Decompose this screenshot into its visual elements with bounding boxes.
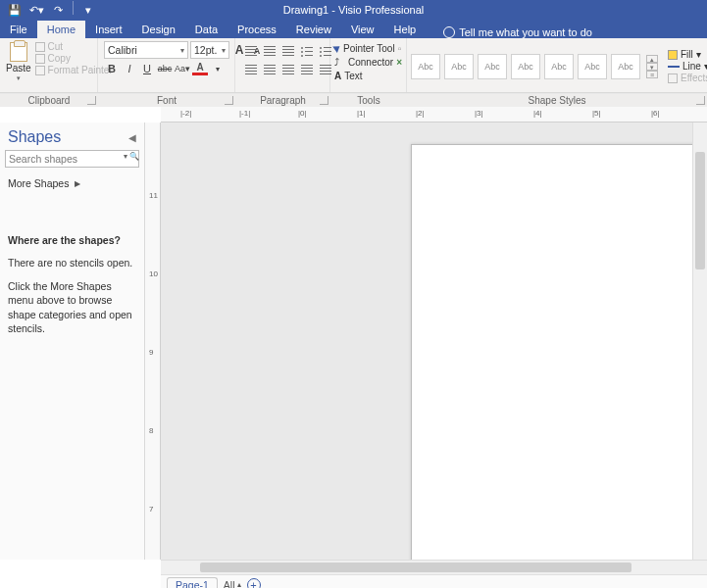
style-tile-4[interactable]: Abc <box>511 54 540 79</box>
horizontal-scrollbar[interactable] <box>161 560 707 574</box>
style-tile-6[interactable]: Abc <box>578 54 607 79</box>
font-label: Font <box>98 94 235 107</box>
search-icon[interactable]: 🔍 <box>129 152 136 165</box>
redo-button[interactable]: ↷ <box>49 1 67 19</box>
ribbon-tabs: File Home Insert Design Data Process Rev… <box>0 20 707 38</box>
group-shape-styles: Abc Abc Abc Abc Abc Abc Abc ▴ ▾ ≡ Fill▾ … <box>407 38 707 92</box>
vertical-scrollbar[interactable] <box>692 122 707 560</box>
collapse-pane-button[interactable]: ◀ <box>128 132 136 143</box>
effects-button[interactable]: Effects▾ <box>668 73 707 83</box>
align-left-button[interactable] <box>242 61 259 77</box>
brush-icon <box>35 66 45 75</box>
font-launcher[interactable] <box>225 96 233 105</box>
align-center-button[interactable] <box>261 61 278 77</box>
undo-button[interactable]: ↶▾ <box>27 1 45 19</box>
tab-data[interactable]: Data <box>185 21 227 38</box>
scrollbar-thumb[interactable] <box>695 152 705 270</box>
empty-line-2: Click the More Shapes menu above to brow… <box>8 279 136 335</box>
shapes-empty-message: Where are the shapes? There are no stenc… <box>0 195 144 345</box>
canvas-area[interactable] <box>161 122 707 560</box>
font-color-dropdown[interactable]: ▾ <box>210 61 226 76</box>
all-pages-button[interactable]: All▴ <box>224 579 241 589</box>
vertical-ruler[interactable]: 11 10 9 8 7 <box>145 122 161 560</box>
group-paragraph <box>235 38 330 92</box>
tab-design[interactable]: Design <box>132 21 185 38</box>
fill-icon <box>668 50 678 60</box>
paste-label: Paste <box>6 63 31 74</box>
search-shapes-input[interactable] <box>5 150 139 168</box>
tab-process[interactable]: Process <box>227 21 286 38</box>
align-top-button[interactable] <box>242 42 259 59</box>
scissors-icon <box>35 42 45 52</box>
save-icon[interactable]: 💾 <box>6 1 24 19</box>
styles-launcher[interactable] <box>696 96 705 105</box>
tab-view[interactable]: View <box>341 21 384 38</box>
more-shapes-button[interactable]: More Shapes ▶ <box>0 172 144 195</box>
style-tile-5[interactable]: Abc <box>544 54 574 79</box>
connector-tool-button[interactable]: ⤴Connector× <box>334 55 402 69</box>
ribbon: Paste ▾ Cut Copy Format Painter Calibri▾… <box>0 38 707 93</box>
text-tool-button[interactable]: AText <box>334 69 363 82</box>
clipboard-launcher[interactable] <box>87 96 96 105</box>
clipboard-icon <box>10 42 27 62</box>
connector-icon: ⤴ <box>334 57 345 68</box>
clipboard-label: Clipboard <box>0 94 98 107</box>
window-title: Drawing1 - Visio Professional <box>283 4 424 16</box>
tab-insert[interactable]: Insert <box>85 21 132 38</box>
tab-home[interactable]: Home <box>37 21 85 38</box>
close-icon[interactable]: × <box>396 57 402 68</box>
gallery-more-icon[interactable]: ≡ <box>646 71 658 78</box>
empty-heading: Where are the shapes? <box>8 234 136 246</box>
drawing-page[interactable] <box>411 144 707 560</box>
paragraph-launcher[interactable] <box>320 96 328 105</box>
title-bar: 💾 ↶▾ ↷ ▾ Drawing1 - Visio Professional <box>0 0 707 20</box>
style-tile-2[interactable]: Abc <box>444 54 474 79</box>
style-tile-3[interactable]: Abc <box>478 54 507 79</box>
style-tile-1[interactable]: Abc <box>411 54 440 79</box>
copy-icon <box>35 54 45 64</box>
chevron-up-icon: ▴ <box>237 580 241 588</box>
lightbulb-icon <box>443 26 455 38</box>
font-color-button[interactable]: A <box>192 62 208 75</box>
ribbon-group-labels: Clipboard Font Paragraph Tools Shape Sty… <box>0 93 707 107</box>
group-tools: Pointer Tool▫ ⤴Connector× AText <box>330 38 407 92</box>
scrollbar-thumb[interactable] <box>200 563 631 572</box>
font-size-combo[interactable]: 12pt.▾ <box>190 41 229 59</box>
change-case-button[interactable]: Aa▾ <box>175 61 190 76</box>
paste-button[interactable]: Paste ▾ <box>4 40 33 82</box>
font-name-combo[interactable]: Calibri▾ <box>104 41 188 59</box>
align-bottom-button[interactable] <box>279 42 296 59</box>
tell-me-placeholder: Tell me what you want to do <box>459 26 592 38</box>
style-gallery-nav[interactable]: ▴ ▾ ≡ <box>646 55 658 78</box>
line-icon <box>668 66 680 68</box>
italic-button[interactable]: I <box>122 61 137 76</box>
group-font: Calibri▾ 12pt.▾ A A B I U abc Aa▾ A ▾ <box>98 38 235 92</box>
chevron-down-icon: ▾ <box>218 46 226 55</box>
strikethrough-button[interactable]: abc <box>157 61 173 76</box>
tab-review[interactable]: Review <box>286 21 341 38</box>
tools-label: Tools <box>330 94 407 107</box>
bullets-button[interactable] <box>298 42 315 59</box>
tab-file[interactable]: File <box>0 21 37 38</box>
style-tile-7[interactable]: Abc <box>611 54 640 79</box>
align-right-button[interactable] <box>279 61 296 77</box>
bold-button[interactable]: B <box>104 61 120 76</box>
horizontal-ruler[interactable]: |-2||-1||0||1||2||3||4||5||6||7||8| <box>161 107 707 122</box>
gallery-down-icon[interactable]: ▾ <box>646 63 658 71</box>
fill-button[interactable]: Fill▾ <box>668 49 707 60</box>
line-button[interactable]: Line▾ <box>668 61 707 72</box>
customize-qa-button[interactable]: ▾ <box>79 1 97 19</box>
effects-icon <box>668 74 678 83</box>
chevron-right-icon: ▶ <box>75 179 80 188</box>
page-tab-1[interactable]: Page-1 <box>167 577 218 589</box>
add-page-button[interactable]: + <box>247 578 261 589</box>
underline-button[interactable]: U <box>139 61 155 76</box>
align-middle-button[interactable] <box>261 42 278 59</box>
tab-help[interactable]: Help <box>384 21 427 38</box>
search-dropdown-button[interactable]: ▾ <box>122 152 128 165</box>
tell-me-search[interactable]: Tell me what you want to do <box>439 26 596 38</box>
text-icon: A <box>334 71 341 81</box>
gallery-up-icon[interactable]: ▴ <box>646 55 658 63</box>
decrease-indent-button[interactable] <box>298 61 315 77</box>
pointer-tool-button[interactable]: Pointer Tool▫ <box>334 41 401 55</box>
